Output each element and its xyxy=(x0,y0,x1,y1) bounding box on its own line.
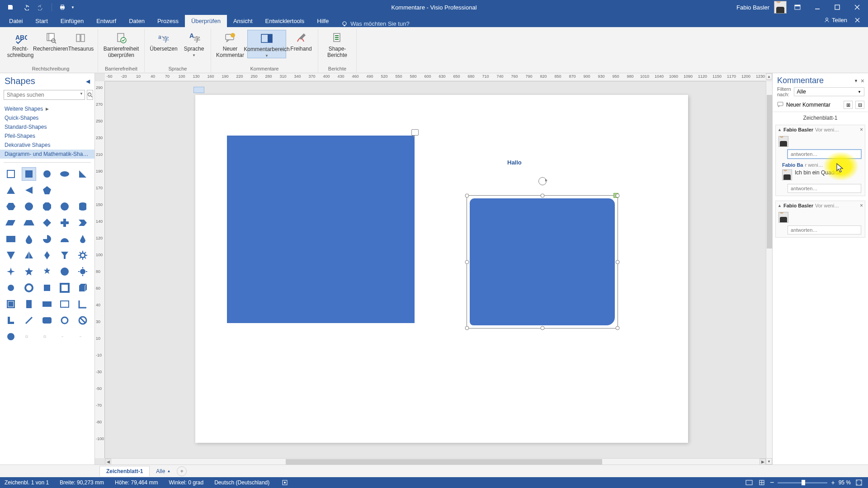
shape-ring[interactable] xyxy=(57,314,72,327)
macro-record-icon[interactable] xyxy=(280,479,289,487)
drawing-page[interactable]: Hallo xyxy=(195,95,688,443)
expand-all-icon[interactable]: ⊞ xyxy=(844,101,853,109)
shape-star6[interactable] xyxy=(40,265,54,278)
shape-corner[interactable] xyxy=(75,297,90,311)
shape-rect-notch[interactable] xyxy=(4,232,18,246)
sprache-button[interactable]: A字 Sprache ▼ xyxy=(181,30,207,57)
shape-ellipse[interactable] xyxy=(57,167,72,181)
shape-square[interactable] xyxy=(22,167,36,181)
shape-dash4[interactable] xyxy=(75,330,90,343)
tab-entwicklertools[interactable]: Entwicklertools xyxy=(259,15,311,27)
shape-star5[interactable] xyxy=(22,265,36,278)
tab-einfuegen[interactable]: Einfügen xyxy=(54,15,90,27)
sheet-tab-1[interactable]: Zeichenblatt-1 xyxy=(99,466,150,476)
shape-cylinder[interactable] xyxy=(75,200,90,213)
cat-pfeil-shapes[interactable]: Pfeil-Shapes xyxy=(0,131,94,141)
delete-comment-icon[interactable]: × xyxy=(860,127,863,133)
user-avatar[interactable] xyxy=(774,1,787,14)
maximize-icon[interactable] xyxy=(828,0,846,14)
shape-heptagon[interactable] xyxy=(22,200,36,213)
kommentarbereich-button[interactable]: Kommentarbereich ▼ xyxy=(247,30,286,58)
shape-star4[interactable] xyxy=(4,265,18,278)
shape-rect-tall[interactable] xyxy=(22,297,36,311)
uebersetzen-button[interactable]: a字 Übersetzen xyxy=(148,30,179,52)
shape-cube[interactable] xyxy=(75,281,90,295)
presentation-mode-icon[interactable] xyxy=(745,479,754,487)
shape-rectangle-1[interactable] xyxy=(227,136,415,323)
rotation-handle[interactable] xyxy=(538,177,547,185)
shape-rounded[interactable] xyxy=(40,314,54,327)
save-icon[interactable] xyxy=(4,1,17,14)
freihand-button[interactable]: Freihand xyxy=(288,30,314,52)
close-pane-icon[interactable]: × xyxy=(861,77,864,84)
status-language[interactable]: Deutsch (Deutschland) xyxy=(214,479,269,486)
comment-indicator-icon[interactable] xyxy=(411,129,419,136)
zoom-out-icon[interactable]: − xyxy=(770,479,774,487)
shape-rect-outline[interactable] xyxy=(57,297,72,311)
shape-decagon[interactable] xyxy=(57,200,72,213)
shape-square-selected[interactable] xyxy=(470,198,615,325)
chevron-down-icon[interactable]: ▼ xyxy=(80,92,83,96)
redo-icon[interactable] xyxy=(34,1,48,14)
shape-hexagon[interactable] xyxy=(4,200,18,213)
shape-square-sm[interactable] xyxy=(40,281,54,295)
tab-ansicht[interactable]: Ansicht xyxy=(227,15,259,27)
shape-square-outline[interactable] xyxy=(4,167,18,181)
shape-parallelogram[interactable] xyxy=(4,216,18,230)
shape-burst[interactable] xyxy=(75,265,90,278)
tab-start[interactable]: Start xyxy=(29,15,54,27)
scrollbar-vertical[interactable] xyxy=(766,81,772,458)
collapse-shapes-icon[interactable]: ◀ xyxy=(86,78,90,84)
shape-trapezoid[interactable] xyxy=(22,216,36,230)
handle-w[interactable] xyxy=(465,260,469,264)
chevron-down-icon[interactable]: ▼ xyxy=(854,79,858,83)
scrollbar-h-thumb[interactable] xyxy=(286,459,602,465)
tab-entwurf[interactable]: Entwurf xyxy=(90,15,123,27)
scrollbar-v-thumb[interactable] xyxy=(767,95,772,249)
recherchieren-button[interactable]: Recherchieren xyxy=(35,30,66,52)
barrierefreiheit-button[interactable]: Barrierefreiheit überprüfen xyxy=(102,30,141,59)
cat-weitere-shapes[interactable]: Weitere Shapes▶ xyxy=(0,104,94,113)
shape-circle[interactable] xyxy=(40,167,54,181)
shape-pie[interactable] xyxy=(40,232,54,246)
shape-circle-sm[interactable] xyxy=(4,281,18,295)
undo-icon[interactable] xyxy=(19,1,33,14)
shape-right-triangle[interactable] xyxy=(75,167,90,181)
shape-L[interactable] xyxy=(4,314,18,327)
shape-octagon[interactable] xyxy=(40,200,54,213)
cat-quick-shapes[interactable]: Quick-Shapes xyxy=(0,113,94,122)
minimize-icon[interactable] xyxy=(808,0,826,14)
new-comment-label[interactable]: Neuer Kommentar xyxy=(786,102,841,108)
canvas-viewport[interactable]: Hallo xyxy=(105,81,766,458)
shape-rhombus-tall[interactable] xyxy=(40,249,54,262)
cat-standard-shapes[interactable]: Standard-Shapes xyxy=(0,122,94,131)
shape-star8[interactable] xyxy=(57,265,72,278)
ribbon-options-icon[interactable] xyxy=(788,0,807,14)
shape-chevron[interactable] xyxy=(75,216,90,230)
shape-dash1[interactable] xyxy=(22,330,36,343)
text-hallo[interactable]: Hallo xyxy=(507,159,522,166)
tab-datei[interactable]: Datei xyxy=(3,15,29,27)
scroll-right-icon[interactable]: ▶ xyxy=(760,459,766,465)
zoom-in-icon[interactable]: + xyxy=(831,479,835,486)
scroll-left-icon[interactable]: ◀ xyxy=(105,459,111,465)
shape-funnel[interactable] xyxy=(57,249,72,262)
shape-berichte-button[interactable]: Shape- Berichte xyxy=(322,30,353,59)
share-button[interactable]: Teilen xyxy=(824,17,847,23)
shape-rect-wide[interactable] xyxy=(40,297,54,311)
shape-drop2[interactable] xyxy=(75,232,90,246)
scrollbar-horizontal[interactable]: ◀ ▶ xyxy=(105,458,766,465)
comment-item[interactable]: ▲ Fabio Basler Vor weni… × xyxy=(775,201,865,238)
shape-plus[interactable] xyxy=(57,216,72,230)
handle-n[interactable] xyxy=(540,194,544,198)
print-icon[interactable] xyxy=(56,1,69,14)
shape-triangle-up[interactable] xyxy=(4,183,18,197)
comment-item[interactable]: ▲ Fabio Basler Vor weni… × Fabio Ba r we… xyxy=(775,125,865,196)
tab-ueberpruefen[interactable]: Überprüfen xyxy=(185,15,227,27)
tell-me-search[interactable]: Was möchten Sie tun? xyxy=(335,20,409,27)
comment-reply-item[interactable]: Fabio Ba r weni… Ich bin ein Quadrat xyxy=(782,161,863,181)
cat-diagramm-shapes[interactable]: Diagramm- und Mathematik-Sha… xyxy=(0,150,94,159)
shape-circle2[interactable] xyxy=(4,330,18,343)
close-icon[interactable] xyxy=(848,0,866,14)
shape-donut[interactable] xyxy=(22,281,36,295)
